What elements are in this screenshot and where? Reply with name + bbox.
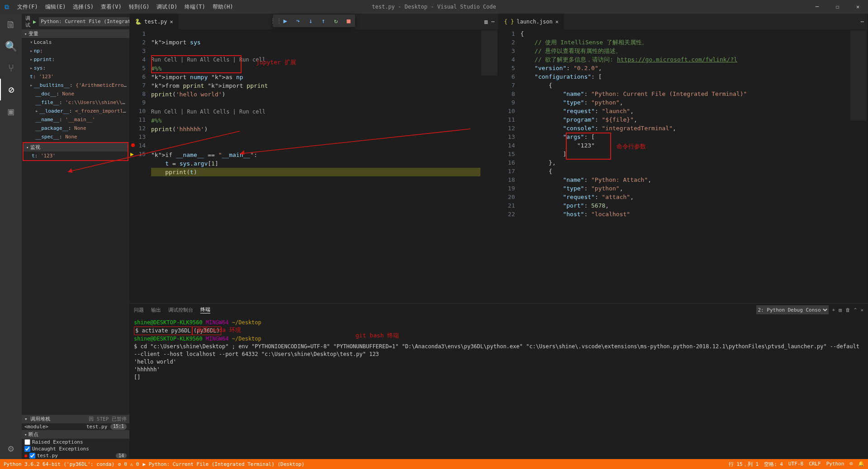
- menu-debug[interactable]: 调试(D): [153, 0, 181, 14]
- variable-item[interactable]: ▸sys:: [22, 64, 129, 72]
- terminal-select[interactable]: 2: Python Debug Conso: [756, 305, 829, 314]
- menubar: 文件(F) 编辑(E) 选择(S) 查看(V) 转到(G) 调试(D) 终端(T…: [14, 0, 237, 14]
- maximize-panel-icon[interactable]: ^: [854, 307, 857, 313]
- new-terminal-icon[interactable]: +: [832, 307, 835, 313]
- callstack-section[interactable]: ▾ 调用堆栈 因 STEP 已暂停: [22, 415, 129, 423]
- menu-edit[interactable]: 编辑(E): [42, 0, 70, 14]
- status-debug-config[interactable]: ▶ Python: Current File (Integrated Termi…: [142, 461, 304, 467]
- variable-item[interactable]: ▸__builtins__: {'ArithmeticError':: [22, 81, 129, 90]
- watch-section[interactable]: 监视: [24, 143, 128, 152]
- tab-launch-json[interactable]: { } launch.json ✕: [499, 14, 564, 29]
- status-python[interactable]: Python 3.6.2 64-bit ('py36DL': conda): [4, 461, 114, 467]
- status-bell[interactable]: 🔔: [858, 461, 864, 468]
- restart-button[interactable]: ↻: [330, 14, 342, 27]
- panel-terminal[interactable]: 终端: [200, 306, 210, 313]
- status-feedback[interactable]: ☺: [849, 461, 853, 468]
- panel-tabs: 问题 输出 调试控制台 终端 2: Python Debug Conso + ▥…: [129, 303, 868, 316]
- tabs-1: 🐍 test.py ✕ ⋮⋮ ▶ ↷ ↓ ↑ ↻ ■ ▥ ⋯: [129, 14, 498, 29]
- bp-file[interactable]: ●test.py14: [22, 452, 129, 459]
- kill-terminal-icon[interactable]: 🗑: [845, 307, 850, 313]
- variable-item[interactable]: ▸pprint:: [22, 55, 129, 64]
- activity-settings[interactable]: ⚙: [0, 437, 22, 459]
- locals-scope[interactable]: ▾Locals: [22, 38, 129, 47]
- window-title: test.py - Desktop - Visual Studio Code: [372, 4, 496, 10]
- variable-item[interactable]: __spec__: None: [22, 133, 129, 141]
- tabs-2: { } launch.json ✕ ⋯: [499, 14, 868, 29]
- bp-raised[interactable]: Raised Exceptions: [22, 439, 129, 445]
- tab-test-py[interactable]: 🐍 test.py ✕: [129, 14, 179, 29]
- more-actions-icon[interactable]: ⋯: [491, 19, 494, 25]
- statusbar: Python 3.6.2 64-bit ('py36DL': conda) ⊘ …: [0, 459, 868, 469]
- continue-button[interactable]: ▶: [279, 14, 292, 27]
- anno-box-args: [566, 133, 611, 160]
- debug-start-button[interactable]: ▶: [33, 19, 36, 25]
- menu-help[interactable]: 帮助(H): [209, 0, 237, 14]
- more-actions-icon[interactable]: ⋯: [861, 19, 864, 25]
- variable-item[interactable]: __name__: '__main__': [22, 115, 129, 124]
- status-spaces[interactable]: 空格: 4: [764, 461, 783, 468]
- step-over-button[interactable]: ↷: [292, 14, 304, 27]
- vscode-icon: ⧉: [0, 3, 14, 11]
- split-terminal-icon[interactable]: ▥: [839, 307, 842, 313]
- close-panel-icon[interactable]: ✕: [860, 307, 863, 313]
- menu-file[interactable]: 文件(F): [14, 0, 42, 14]
- activitybar: 🗎 🔍 ⑂ ⊘ ▣ ⚙: [0, 14, 22, 459]
- debug-grip[interactable]: ⋮⋮: [273, 14, 279, 27]
- split-editor-icon[interactable]: ▥: [484, 19, 488, 25]
- close-tab-icon[interactable]: ✕: [170, 19, 173, 25]
- terminal[interactable]: git bash 终端 激活conda 环境 shine@DESKTOP-KLK…: [129, 316, 868, 384]
- debug-sidebar: 调试 ▶ Python: Current File (Integrated Te…: [22, 14, 129, 459]
- watch-item[interactable]: t: '123': [24, 152, 128, 160]
- panel-problems[interactable]: 问题: [134, 307, 144, 313]
- activity-extensions[interactable]: ▣: [0, 100, 22, 122]
- json-icon: { }: [504, 19, 514, 25]
- variable-item[interactable]: ▸__loader__: <_frozen_importlib_externa.…: [22, 107, 129, 115]
- status-encoding[interactable]: UTF-8: [788, 461, 803, 468]
- activity-explorer[interactable]: 🗎: [0, 14, 22, 35]
- variable-item[interactable]: ▸np:: [22, 47, 129, 55]
- menu-view[interactable]: 查看(V): [97, 0, 125, 14]
- activity-scm[interactable]: ⑂: [0, 57, 22, 79]
- debug-label: 调试: [25, 15, 30, 28]
- variable-item[interactable]: __file__: 'c:\\Users\\shine\\Desktop\\..…: [22, 98, 129, 107]
- anno-jupyter: jupyter 扩展: [256, 58, 296, 66]
- debug-header: 调试 ▶ Python: Current File (Integrated Te…: [22, 14, 129, 29]
- titlebar: ⧉ 文件(F) 编辑(E) 选择(S) 查看(V) 转到(G) 调试(D) 终端…: [0, 0, 868, 14]
- panel-debug-console[interactable]: 调试控制台: [168, 307, 193, 313]
- status-errors[interactable]: ⊘ 0 ⚠ 0: [118, 461, 139, 467]
- variable-item[interactable]: t: '123': [22, 72, 129, 81]
- minimize-button[interactable]: ─: [807, 0, 827, 14]
- anno-cmdargs: 命令行参数: [617, 142, 646, 151]
- panel-output[interactable]: 输出: [151, 307, 161, 313]
- close-tab-icon[interactable]: ✕: [555, 19, 559, 25]
- anno-box-jupyter: [151, 55, 242, 73]
- maximize-button[interactable]: ☐: [827, 0, 848, 14]
- step-out-button[interactable]: ↑: [317, 14, 330, 27]
- stop-button[interactable]: ■: [342, 14, 355, 27]
- close-button[interactable]: ✕: [848, 0, 868, 14]
- status-eol[interactable]: CRLF: [809, 461, 821, 468]
- anno-gitbash: git bash 终端: [356, 332, 399, 339]
- variables-section[interactable]: 变量: [22, 29, 129, 38]
- step-into-button[interactable]: ↓: [304, 14, 317, 27]
- menu-terminal[interactable]: 终端(T): [181, 0, 209, 14]
- status-cursor[interactable]: 行 15，列 1: [729, 461, 759, 468]
- bp-uncaught[interactable]: Uncaught Exceptions: [22, 445, 129, 452]
- breakpoints-section[interactable]: 断点: [22, 430, 129, 439]
- menu-select[interactable]: 选择(S): [69, 0, 97, 14]
- variable-item[interactable]: __package__: None: [22, 124, 129, 133]
- anno-conda: 激活conda 环境: [196, 326, 241, 334]
- window-controls: ─ ☐ ✕: [807, 0, 868, 14]
- callstack-frame[interactable]: <module> test.py 15:1: [22, 423, 129, 430]
- panel: 问题 输出 调试控制台 终端 2: Python Debug Conso + ▥…: [129, 303, 868, 459]
- debug-config-select[interactable]: Python: Current File (Integrated Termina…: [39, 17, 129, 26]
- status-lang[interactable]: Python: [826, 461, 844, 468]
- activity-search[interactable]: 🔍: [0, 35, 22, 57]
- activity-debug[interactable]: ⊘: [0, 79, 22, 100]
- python-icon: 🐍: [135, 19, 142, 25]
- menu-goto[interactable]: 转到(G): [125, 0, 153, 14]
- debug-toolbar: ⋮⋮ ▶ ↷ ↓ ↑ ↻ ■: [273, 14, 355, 27]
- variable-item[interactable]: __doc__: None: [22, 90, 129, 98]
